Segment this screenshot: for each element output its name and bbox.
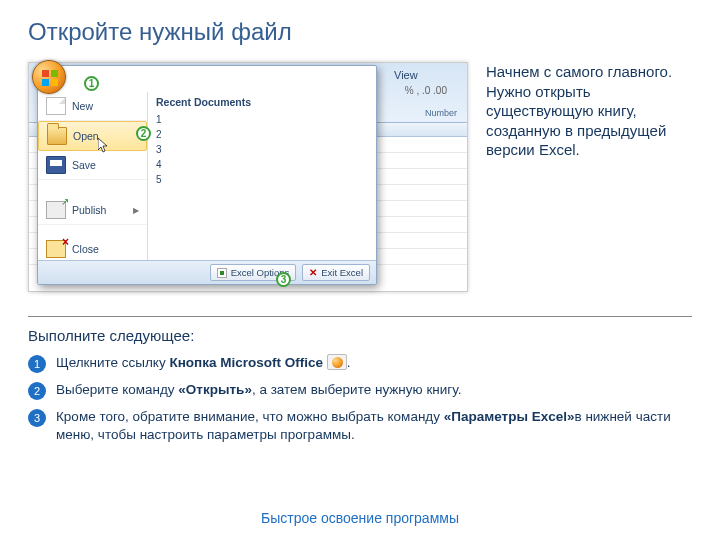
step-2: 2 Выберите команду «Открыть», а затем вы… bbox=[28, 381, 692, 400]
step-text-post: , а затем выберите нужную книгу. bbox=[252, 382, 461, 397]
office-menu: New Open Save Publish ▶ Close bbox=[37, 65, 377, 285]
callout-3: 3 bbox=[276, 272, 291, 287]
publish-icon bbox=[46, 201, 66, 219]
new-icon bbox=[46, 97, 66, 115]
menu-label: Save bbox=[72, 159, 96, 171]
step-text-pre: Выберите команду bbox=[56, 382, 178, 397]
ribbon-number-format-buttons[interactable]: % , .0 .00 bbox=[405, 85, 447, 96]
screenshot-figure: View % , .0 .00 Number New Open Save bbox=[28, 62, 468, 292]
open-icon bbox=[47, 127, 67, 145]
step-text-bold: «Параметры Excel» bbox=[444, 409, 575, 424]
step-3: 3 Кроме того, обратите внимание, что мож… bbox=[28, 408, 692, 444]
menu-item-save[interactable]: Save bbox=[38, 151, 147, 180]
button-label: Exit Excel bbox=[321, 267, 363, 278]
menu-label: Open bbox=[73, 130, 99, 142]
step-text-pre: Щелкните ссылку bbox=[56, 355, 169, 370]
step-number-3: 3 bbox=[28, 409, 46, 427]
slide-title: Откройте нужный файл bbox=[0, 0, 720, 46]
close-icon bbox=[46, 240, 66, 258]
step-text-bold: Кнопка Microsoft Office bbox=[169, 355, 323, 370]
menu-item-new[interactable]: New bbox=[38, 92, 147, 121]
ribbon-tab-view[interactable]: View bbox=[394, 69, 418, 81]
ribbon-group-number: Number bbox=[425, 108, 457, 118]
step-1: 1 Щелкните ссылку Кнопка Microsoft Offic… bbox=[28, 354, 692, 373]
menu-item-publish[interactable]: Publish ▶ bbox=[38, 196, 147, 225]
callout-1: 1 bbox=[84, 76, 99, 91]
recent-doc[interactable]: 1 bbox=[156, 112, 368, 127]
recent-documents-panel: Recent Documents 1 2 3 4 5 bbox=[148, 92, 376, 260]
exit-excel-button[interactable]: ✕ Exit Excel bbox=[302, 264, 370, 281]
menu-label: Publish bbox=[72, 204, 106, 216]
step-number-1: 1 bbox=[28, 355, 46, 373]
footer-text: Быстрое освоение программы bbox=[0, 510, 720, 526]
office-button-icon bbox=[327, 354, 347, 370]
callout-2: 2 bbox=[136, 126, 151, 141]
menu-label: New bbox=[72, 100, 93, 112]
office-button[interactable] bbox=[32, 60, 66, 94]
office-logo-icon bbox=[42, 70, 58, 86]
step-number-2: 2 bbox=[28, 382, 46, 400]
recent-doc[interactable]: 4 bbox=[156, 157, 368, 172]
save-icon bbox=[46, 156, 66, 174]
intro-text: Начнем с самого главного. Нужно открыть … bbox=[486, 62, 691, 160]
exit-icon: ✕ bbox=[309, 267, 317, 278]
menu-item-open[interactable]: Open bbox=[38, 121, 147, 151]
recent-doc[interactable]: 2 bbox=[156, 127, 368, 142]
step-text-bold: «Открыть» bbox=[178, 382, 252, 397]
recent-doc[interactable]: 3 bbox=[156, 142, 368, 157]
step-text-post: . bbox=[347, 355, 351, 370]
recent-doc[interactable]: 5 bbox=[156, 172, 368, 187]
step-text-pre: Кроме того, обратите внимание, что можно… bbox=[56, 409, 444, 424]
menu-label: Close bbox=[72, 243, 99, 255]
office-menu-commands: New Open Save Publish ▶ Close bbox=[38, 92, 148, 260]
office-menu-bottom-bar: Excel Options ✕ Exit Excel bbox=[38, 260, 376, 284]
instructions-title: Выполните следующее: bbox=[28, 327, 692, 344]
instructions-block: Выполните следующее: 1 Щелкните ссылку К… bbox=[28, 316, 692, 452]
options-icon bbox=[217, 268, 227, 278]
recent-documents-header: Recent Documents bbox=[156, 96, 368, 108]
chevron-right-icon: ▶ bbox=[133, 206, 139, 215]
